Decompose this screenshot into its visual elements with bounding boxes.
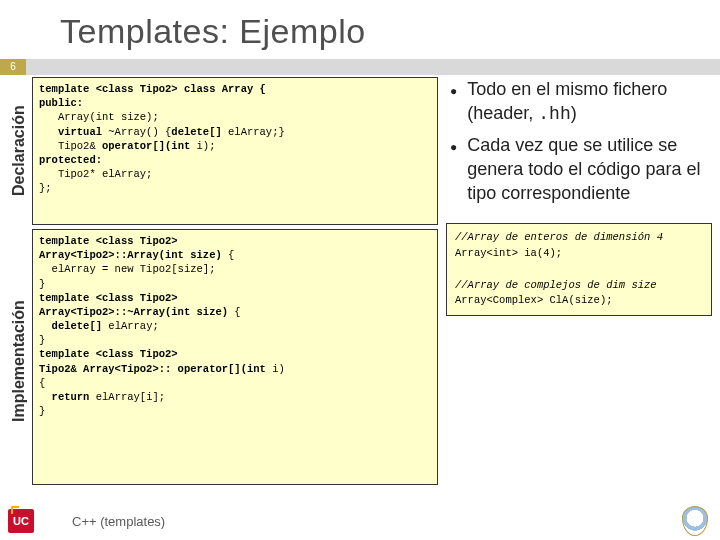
bullet-text: Todo en el mismo fichero (header, .hh): [467, 77, 712, 127]
footer-caption: C++ (templates): [72, 514, 165, 529]
code-declaration: template <class Tipo2> class Array { pub…: [32, 77, 438, 225]
bullet-item: ● Todo en el mismo fichero (header, .hh): [450, 77, 712, 127]
crest-icon: [682, 506, 708, 536]
footer-left: UC C++ (templates): [8, 509, 165, 533]
label-declaration: Declaración: [8, 77, 30, 225]
code-usage: //Array de enteros de dimensión 4 Array<…: [446, 223, 712, 316]
bullet-list: ● Todo en el mismo fichero (header, .hh)…: [446, 77, 712, 211]
code-implementation: template <class Tipo2> Array<Tipo2>::Arr…: [32, 229, 438, 485]
footer: UC C++ (templates): [0, 506, 720, 540]
bullet-text: Cada vez que se utilice se genera todo e…: [467, 133, 712, 206]
code-column: template <class Tipo2> class Array { pub…: [32, 77, 438, 506]
vertical-labels: Declaración Implementación: [8, 77, 30, 506]
left-column: Declaración Implementación template <cla…: [8, 77, 438, 506]
slide: Templates: Ejemplo 6 Declaración Impleme…: [0, 0, 720, 540]
label-implementation: Implementación: [8, 233, 30, 489]
bullet-dot-icon: ●: [450, 133, 457, 206]
page-bar: 6: [0, 59, 720, 75]
page-title: Templates: Ejemplo: [0, 0, 720, 55]
page-number-badge: 6: [0, 59, 26, 75]
bullet-item: ● Cada vez que se utilice se genera todo…: [450, 133, 712, 206]
uc-logo: UC: [8, 509, 34, 533]
right-column: ● Todo en el mismo fichero (header, .hh)…: [442, 77, 712, 506]
bullet-dot-icon: ●: [450, 77, 457, 127]
content-body: Declaración Implementación template <cla…: [0, 75, 720, 506]
